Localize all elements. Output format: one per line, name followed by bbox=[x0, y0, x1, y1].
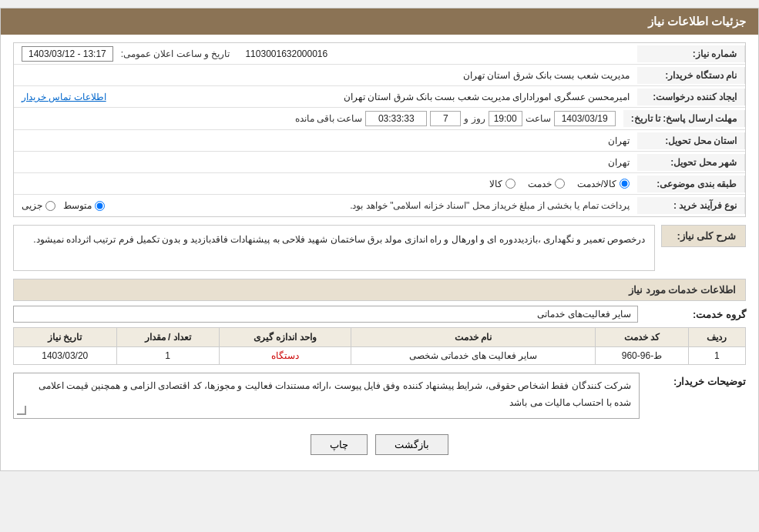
services-table: ردیف کد خدمت نام خدمت واحد اندازه گیری ت… bbox=[13, 327, 746, 365]
cell-unit: دستگاه bbox=[219, 347, 351, 365]
main-info-section: شماره نیاز: 1103001632000016 تاریخ و ساع… bbox=[13, 42, 746, 217]
category-radio-kala[interactable]: کالا bbox=[489, 179, 516, 189]
col-service-code: کد خدمت bbox=[596, 328, 688, 347]
contact-link[interactable]: اطلاعات تماس خریدار bbox=[14, 92, 114, 102]
order-number-label: شماره نیاز: bbox=[637, 45, 745, 62]
services-group-row: گروه خدمت: سایر فعالیت‌های خدماتی bbox=[13, 306, 746, 323]
city-value: تهران bbox=[14, 154, 637, 171]
buyer-notes-row: توضیحات خریدار: شرکت کنندگان فقط اشخاص ح… bbox=[13, 373, 746, 419]
description-text: درخصوص تعمیر و نگهداری ،بازدیددوره ای و … bbox=[13, 225, 655, 271]
creator-row: ایجاد کننده درخواست: امیرمحسن عسگری امور… bbox=[14, 86, 745, 108]
category-radio-khadamat[interactable]: خدمت bbox=[528, 179, 565, 189]
reply-remaining-label: ساعت باقی مانده bbox=[295, 113, 363, 124]
reply-days-label: روز و bbox=[464, 113, 485, 124]
services-group-value: سایر فعالیت‌های خدماتی bbox=[13, 306, 638, 323]
purchase-type-content: پرداخت تمام یا بخشی از مبلغ خریداز محل "… bbox=[14, 197, 637, 214]
category-radio-kala-khadamat[interactable]: کالا/خدمت bbox=[577, 179, 630, 189]
buyer-notes-label: توضیحات خریدار: bbox=[646, 373, 746, 387]
services-section-title: اطلاعات خدمات مورد نیاز bbox=[13, 279, 746, 301]
reply-time-label: ساعت bbox=[526, 113, 551, 124]
purchase-type-label: نوع فرآیند خرید : bbox=[637, 197, 745, 214]
category-label: طبقه بندی موضوعی: bbox=[637, 176, 745, 192]
purchase-radio-minor-input[interactable] bbox=[45, 201, 55, 211]
description-section: شرح کلی نیاز: درخصوص تعمیر و نگهداری ،با… bbox=[13, 225, 746, 271]
category-radio-khadamat-input[interactable] bbox=[555, 179, 565, 189]
page-title: جزئیات اطلاعات نیاز bbox=[648, 15, 746, 28]
province-row: استان محل تحویل: تهران bbox=[14, 130, 745, 152]
reply-deadline-row: مهلت ارسال پاسخ: تا تاریخ: 1403/03/19 سا… bbox=[14, 108, 745, 130]
col-quantity: تعداد / مقدار bbox=[116, 328, 219, 347]
cell-quantity: 1 bbox=[116, 347, 219, 365]
city-row: شهر محل تحویل: تهران bbox=[14, 152, 745, 173]
reply-date-value: 1403/03/19 bbox=[554, 111, 616, 126]
col-service-name: نام خدمت bbox=[351, 328, 596, 347]
buyer-notes-text: شرکت کنندگان فقط اشخاص حقوقی، شرایط پیشن… bbox=[13, 373, 640, 419]
services-group-label: گروه خدمت: bbox=[646, 309, 746, 320]
reply-days-value: 7 bbox=[430, 111, 461, 126]
purchase-radio-medium[interactable]: متوسط bbox=[63, 200, 105, 211]
description-section-title: شرح کلی نیاز: bbox=[661, 225, 746, 247]
reply-deadline-label: مهلت ارسال پاسخ: تا تاریخ: bbox=[623, 110, 745, 127]
cell-row-num: 1 bbox=[688, 347, 745, 365]
cell-date: 1403/03/20 bbox=[14, 347, 117, 365]
creator-value: امیرمحسن عسگری امورادارای مدیریت شعب بست… bbox=[114, 89, 637, 105]
print-button[interactable]: چاپ bbox=[311, 434, 368, 455]
col-date: تاریخ نیاز bbox=[14, 328, 117, 347]
category-radio-kala-khadamat-input[interactable] bbox=[620, 179, 630, 189]
order-number-value: 1103001632000016 bbox=[237, 45, 637, 62]
purchase-radio-minor[interactable]: جزیی bbox=[22, 200, 55, 211]
city-label: شهر محل تحویل: bbox=[637, 154, 745, 171]
buttons-row: بازگشت چاپ bbox=[13, 427, 746, 463]
buyer-org-label: نام دستگاه خریدار: bbox=[637, 67, 745, 84]
col-unit: واحد اندازه گیری bbox=[219, 328, 351, 347]
page-header: جزئیات اطلاعات نیاز bbox=[1, 8, 758, 35]
reply-time-value: 19:00 bbox=[489, 111, 522, 126]
announce-date-value: 1403/03/12 - 13:17 bbox=[22, 46, 113, 62]
back-button[interactable]: بازگشت bbox=[375, 434, 448, 455]
category-row: طبقه بندی موضوعی: کالا/خدمت خدمت کالا bbox=[14, 173, 745, 195]
col-row-num: ردیف bbox=[688, 328, 745, 347]
reply-remaining-value: 03:33:33 bbox=[365, 111, 427, 126]
cell-service-code: ط-96-960 bbox=[596, 347, 688, 365]
announce-date-label: تاریخ و ساعت اعلان عمومی: bbox=[113, 49, 238, 59]
province-label: استان محل تحویل: bbox=[637, 132, 745, 149]
cell-service-name: سایر فعالیت های خدماتی شخصی bbox=[351, 347, 596, 365]
creator-label: ایجاد کننده درخواست: bbox=[637, 89, 745, 105]
province-value: تهران bbox=[14, 132, 637, 149]
purchase-radio-medium-input[interactable] bbox=[95, 201, 105, 211]
buyer-org-value: مدیریت شعب بست بانک شرق استان تهران bbox=[14, 67, 637, 84]
category-radio-kala-input[interactable] bbox=[505, 179, 516, 189]
table-header-row: ردیف کد خدمت نام خدمت واحد اندازه گیری ت… bbox=[14, 328, 746, 347]
reply-deadline-cells: 1403/03/19 ساعت 19:00 روز و 7 03:33:33 س… bbox=[14, 108, 623, 129]
purchase-pay-note: پرداخت تمام یا بخشی از مبلغ خریداز محل "… bbox=[113, 200, 630, 211]
buyer-org-row: نام دستگاه خریدار: مدیریت شعب بست بانک ش… bbox=[14, 65, 745, 86]
purchase-type-row: نوع فرآیند خرید : پرداخت تمام یا بخشی از… bbox=[14, 195, 745, 216]
order-announce-row: شماره نیاز: 1103001632000016 تاریخ و ساع… bbox=[14, 43, 745, 65]
table-row: 1 ط-96-960 سایر فعالیت های خدماتی شخصی د… bbox=[14, 347, 746, 365]
services-section: اطلاعات خدمات مورد نیاز گروه خدمت: سایر … bbox=[13, 279, 746, 365]
category-radio-group: کالا/خدمت خدمت کالا bbox=[482, 176, 637, 192]
